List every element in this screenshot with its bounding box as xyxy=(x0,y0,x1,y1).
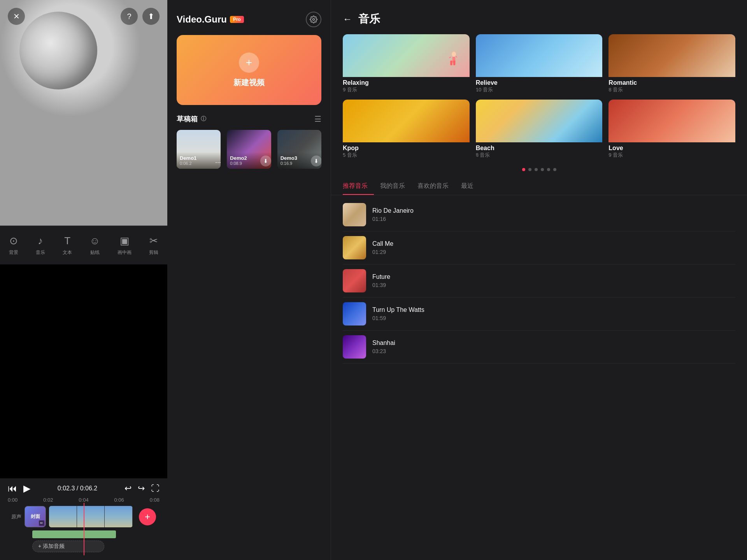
play-button[interactable]: ▶ xyxy=(23,483,30,494)
tool-background[interactable]: ⊙ 背景 xyxy=(9,235,18,256)
music-title: 音乐 xyxy=(358,12,380,26)
music-item-future[interactable]: Future 01:39 xyxy=(343,264,735,298)
genre-name-beach: Beach xyxy=(476,145,603,152)
music-icon: ♪ xyxy=(38,235,43,247)
tab-recent-label: 最近 xyxy=(461,182,473,189)
new-video-button[interactable]: + 新建视频 xyxy=(177,35,321,105)
draft-card-1[interactable]: Demo1 0:06.2 ··· xyxy=(177,130,221,169)
drafts-title: 草稿箱 ⓘ xyxy=(177,114,206,124)
time-display: 0:02.3 / 0:06.2 xyxy=(37,485,118,492)
new-video-plus-icon: + xyxy=(239,52,259,73)
middle-header: Video.Guru Pro xyxy=(167,0,331,35)
undo-icon[interactable]: ↩ xyxy=(124,483,132,494)
video-clip-strip[interactable] xyxy=(49,506,133,527)
right-panel: ← 音乐 Relaxing 9 音乐 Reliev xyxy=(331,0,747,560)
music-item-shanhai[interactable]: Shanhai 03:23 xyxy=(343,331,735,364)
background-icon: ⊙ xyxy=(9,235,18,247)
cover-thumb[interactable]: 封面 ✏ xyxy=(25,506,46,527)
music-item-rio[interactable]: Rio De Janeiro 01:16 xyxy=(343,198,735,231)
video-overlay-top: ✕ ? ⬆ xyxy=(8,8,160,25)
track-info-watts: Turn Up The Watts 01:59 xyxy=(372,306,735,321)
tool-edit[interactable]: ✂ 剪辑 xyxy=(149,235,158,256)
genre-count-relieve: 10 音乐 xyxy=(476,86,603,93)
middle-panel: Video.Guru Pro + 新建视频 草稿箱 ⓘ ☰ xyxy=(167,0,331,560)
draft-duration-1: 0:06.2 xyxy=(180,161,220,166)
timeline-area: 原声 封面 ✏ + + 添加音频 xyxy=(8,503,160,555)
page-dot-2[interactable] xyxy=(528,168,531,171)
skip-back-button[interactable]: ⏮ xyxy=(8,483,17,494)
tool-text[interactable]: T 文本 xyxy=(63,235,72,256)
draft-download-3[interactable]: ⬇ xyxy=(311,156,321,166)
logo-guru: Guru xyxy=(205,14,227,24)
tab-my-music[interactable]: 我的音乐 xyxy=(380,177,411,195)
music-item-watts[interactable]: Turn Up The Watts 01:59 xyxy=(343,298,735,331)
tool-music-label: 音乐 xyxy=(36,249,45,256)
audio-strip[interactable] xyxy=(32,530,116,538)
page-dot-4[interactable] xyxy=(541,168,544,171)
bottom-toolbar: ⊙ 背景 ♪ 音乐 T 文本 ☺ 贴纸 ▣ 画中画 ✂ 剪辑 xyxy=(0,226,167,264)
track-name-future: Future xyxy=(372,273,735,280)
genre-card-relieve[interactable]: Relieve 10 音乐 xyxy=(476,34,603,93)
genre-thumb-romantic xyxy=(608,34,735,77)
left-panel: ✕ ? ⬆ ⏮ ▶ 0:02.3 / 0:06.2 ↩ ↪ ⛶ 0:00 0:0… xyxy=(0,0,167,560)
tab-recommended-label: 推荐音乐 xyxy=(343,182,368,189)
page-dot-6[interactable] xyxy=(553,168,556,171)
tool-pip[interactable]: ▣ 画中画 xyxy=(117,235,132,256)
genre-thumb-kpop xyxy=(343,100,470,142)
draft-dots-1[interactable]: ··· xyxy=(215,158,221,166)
genre-count-kpop: 5 音乐 xyxy=(343,152,470,159)
genre-card-relaxing[interactable]: Relaxing 9 音乐 xyxy=(343,34,470,93)
music-item-callme[interactable]: Call Me 01:29 xyxy=(343,231,735,264)
track-info-rio: Rio De Janeiro 01:16 xyxy=(372,207,735,222)
tool-text-label: 文本 xyxy=(63,249,72,256)
fullscreen-icon[interactable]: ⛶ xyxy=(151,483,160,494)
ruler-8: 0:08 xyxy=(150,497,160,503)
drafts-title-text: 草稿箱 xyxy=(177,114,198,124)
share-button[interactable]: ⬆ xyxy=(142,8,160,25)
track-info-shanhai: Shanhai 03:23 xyxy=(372,340,735,354)
tab-liked[interactable]: 喜欢的音乐 xyxy=(417,177,455,195)
genre-name-relaxing: Relaxing xyxy=(343,79,470,86)
track-thumb-callme xyxy=(343,236,366,259)
genre-card-love[interactable]: Love 9 音乐 xyxy=(608,100,735,159)
tool-music[interactable]: ♪ 音乐 xyxy=(36,235,45,256)
genre-thumb-relieve xyxy=(476,34,603,77)
tool-background-label: 背景 xyxy=(9,249,18,256)
page-dot-5[interactable] xyxy=(547,168,550,171)
draft-card-3[interactable]: Demo3 0:16.9 ⬇ xyxy=(277,130,321,169)
back-button[interactable]: ← xyxy=(343,14,352,24)
tab-recent[interactable]: 最近 xyxy=(461,177,480,195)
genre-card-beach[interactable]: Beach 8 音乐 xyxy=(476,100,603,159)
genre-name-love: Love xyxy=(608,145,735,152)
settings-button[interactable] xyxy=(306,12,321,27)
genre-card-kpop[interactable]: Kpop 5 音乐 xyxy=(343,100,470,159)
tool-sticker-label: 贴纸 xyxy=(90,249,100,256)
track-thumb-future xyxy=(343,269,366,292)
genre-name-romantic: Romantic xyxy=(608,79,735,86)
draft-download-2[interactable]: ⬇ xyxy=(260,156,271,166)
svg-rect-4 xyxy=(453,61,455,65)
pro-badge: Pro xyxy=(230,16,244,23)
track-thumb-shanhai xyxy=(343,335,366,359)
redo-icon[interactable]: ↪ xyxy=(138,483,145,494)
close-button[interactable]: ✕ xyxy=(8,8,25,25)
list-icon[interactable]: ☰ xyxy=(314,114,321,124)
music-tabs: 推荐音乐 我的音乐 喜欢的音乐 最近 xyxy=(331,177,747,195)
genre-card-romantic[interactable]: Romantic 8 音乐 xyxy=(608,34,735,93)
draft-name-1: Demo1 xyxy=(180,155,220,161)
draft-card-2[interactable]: Demo2 0:08.9 ⬇ xyxy=(227,130,271,169)
sticker-icon: ☺ xyxy=(89,235,100,247)
tool-sticker[interactable]: ☺ 贴纸 xyxy=(89,235,100,256)
track-thumb-rio xyxy=(343,203,366,226)
draft-thumb-3: Demo3 0:16.9 ⬇ xyxy=(277,130,321,169)
draft-thumb-1: Demo1 0:06.2 ··· xyxy=(177,130,221,169)
add-clip-button[interactable]: + xyxy=(139,508,156,525)
add-audio-button[interactable]: + 添加音频 xyxy=(32,541,104,552)
page-dot-3[interactable] xyxy=(535,168,538,171)
help-button[interactable]: ? xyxy=(121,8,138,25)
genre-name-kpop: Kpop xyxy=(343,145,470,152)
genre-count-beach: 8 音乐 xyxy=(476,152,603,159)
page-dot-1[interactable] xyxy=(522,168,525,171)
tab-recommended[interactable]: 推荐音乐 xyxy=(343,177,374,195)
tab-my-music-label: 我的音乐 xyxy=(380,182,405,189)
